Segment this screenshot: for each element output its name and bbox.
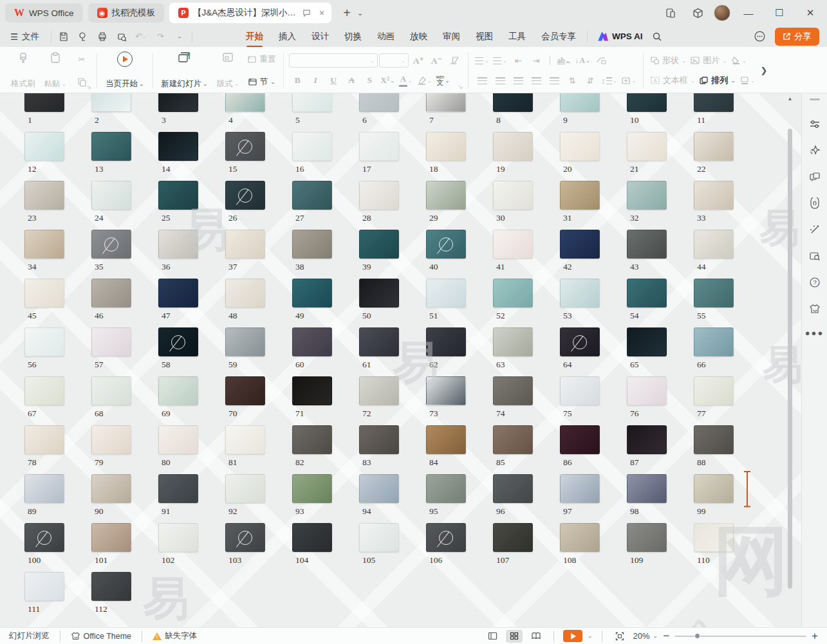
format-painter-button[interactable]: 格式刷 xyxy=(6,50,40,91)
file-menu[interactable]: ☰ 文件 xyxy=(0,31,47,42)
slide-thumbnail[interactable] xyxy=(359,376,399,405)
ribbon-expand-icon[interactable]: ❯ xyxy=(760,50,767,91)
decrease-font-icon[interactable]: A⁻ xyxy=(428,53,445,68)
slide-thumbnail[interactable] xyxy=(694,523,734,552)
tab-member[interactable]: 会员专享 xyxy=(534,28,583,46)
print-preview-icon[interactable] xyxy=(113,29,130,44)
slide-thumbnail[interactable] xyxy=(292,93,332,112)
slide-thumbnail[interactable] xyxy=(24,425,64,454)
slide-thumbnail[interactable] xyxy=(359,327,399,356)
slide-thumbnail[interactable] xyxy=(24,572,64,601)
slide-thumbnail[interactable] xyxy=(493,132,533,161)
slide-thumbnail[interactable] xyxy=(694,230,734,259)
slide-thumbnail[interactable] xyxy=(627,132,667,161)
slide-thumbnail[interactable] xyxy=(359,181,399,210)
slide-thumbnail[interactable] xyxy=(24,327,64,356)
slide-thumbnail[interactable] xyxy=(158,93,198,112)
scroll-up-arrow-icon[interactable]: ▲ xyxy=(787,96,793,102)
slide-thumbnail[interactable] xyxy=(694,474,734,503)
missing-font-warning[interactable]: 缺失字体 xyxy=(153,630,197,641)
slide-thumbnail[interactable] xyxy=(627,474,667,503)
slide-thumbnail[interactable] xyxy=(627,93,667,112)
slide-thumbnail[interactable] xyxy=(225,523,265,552)
italic-button[interactable]: I xyxy=(307,73,324,88)
help-icon[interactable]: ? xyxy=(805,273,824,292)
slide-thumbnail[interactable] xyxy=(292,181,332,210)
slide-thumbnail[interactable] xyxy=(426,230,466,259)
slide-thumbnail[interactable] xyxy=(359,230,399,259)
cut-icon[interactable]: ✂ xyxy=(73,51,90,67)
paragraph-layout-button[interactable]: ⌄ xyxy=(620,73,638,88)
slide-thumbnail[interactable] xyxy=(225,132,265,161)
close-window-button[interactable]: ✕ xyxy=(797,2,823,24)
slide-thumbnail[interactable] xyxy=(91,327,131,356)
convert-smartart-icon[interactable] xyxy=(593,53,609,68)
slide-thumbnail[interactable] xyxy=(560,279,600,308)
slide-thumbnail[interactable] xyxy=(158,132,198,161)
slide-thumbnail[interactable] xyxy=(560,327,600,356)
slide-thumbnail[interactable] xyxy=(91,474,131,503)
reading-view-button[interactable] xyxy=(528,630,544,643)
zoom-out-button[interactable]: − xyxy=(663,630,669,641)
slide-thumbnail[interactable] xyxy=(560,523,600,552)
slide-thumbnail[interactable] xyxy=(225,181,265,210)
slide-thumbnail[interactable] xyxy=(694,93,734,112)
slide-thumbnail[interactable] xyxy=(694,327,734,356)
theme-indicator[interactable]: Office Theme xyxy=(71,631,132,641)
justify-icon[interactable] xyxy=(528,73,544,88)
app-box-icon[interactable] xyxy=(687,3,709,23)
slide-thumbnail[interactable] xyxy=(24,279,64,308)
tab-review[interactable]: 审阅 xyxy=(436,28,467,46)
slide-thumbnail[interactable] xyxy=(359,132,399,161)
skin-theme-icon[interactable] xyxy=(805,299,824,318)
slide-thumbnail[interactable] xyxy=(359,93,399,112)
highlight-color-button[interactable]: ⌄ xyxy=(416,73,434,88)
slideshow-play-button[interactable] xyxy=(563,630,582,642)
slide-thumbnail[interactable] xyxy=(627,523,667,552)
align-center-icon[interactable] xyxy=(492,73,508,88)
slide-thumbnail[interactable] xyxy=(694,425,734,454)
qat-dropdown-icon[interactable]: ⌄ xyxy=(171,30,188,42)
character-border-button[interactable]: A xyxy=(343,73,360,88)
tab-design[interactable]: 设计 xyxy=(304,28,336,46)
slide-thumbnail[interactable] xyxy=(91,279,131,308)
slide-thumbnail[interactable] xyxy=(694,376,734,405)
slide-thumbnail[interactable] xyxy=(426,425,466,454)
share-button[interactable]: 分享 xyxy=(775,28,819,46)
slide-thumbnail[interactable] xyxy=(292,230,332,259)
tab-insert[interactable]: 插入 xyxy=(272,28,303,46)
line-up-icon[interactable]: ⇅ xyxy=(564,73,581,88)
slide-thumbnail[interactable] xyxy=(560,425,600,454)
slide-sorter-view-button[interactable] xyxy=(506,630,523,643)
slide-thumbnail[interactable] xyxy=(359,425,399,454)
clipboard-dialog-launcher-icon[interactable]: ↘ xyxy=(87,84,92,90)
align-left-icon[interactable] xyxy=(474,73,490,88)
cooperation-icon[interactable] xyxy=(754,30,766,42)
text-highlight-ab-button[interactable]: ab⌄ xyxy=(555,53,572,68)
slide-thumbnail[interactable] xyxy=(225,474,265,503)
sidebar-collapse-handle[interactable] xyxy=(810,98,820,100)
effects-star-icon[interactable] xyxy=(805,141,824,160)
slide-thumbnail[interactable] xyxy=(426,376,466,405)
slide-thumbnail[interactable] xyxy=(292,376,332,405)
undo-icon[interactable]: ↶⌄ xyxy=(133,29,149,44)
slide-thumbnail[interactable] xyxy=(426,327,466,356)
slide-thumbnail[interactable] xyxy=(158,376,198,405)
maximize-button[interactable]: ☐ xyxy=(767,2,792,24)
section-button[interactable]: 节⌄ xyxy=(246,74,277,89)
picture-button[interactable]: 图片⌄ xyxy=(689,53,729,68)
new-tab-button[interactable]: + xyxy=(339,6,355,21)
slide-thumbnail[interactable] xyxy=(694,132,734,161)
slide-thumbnail[interactable] xyxy=(24,132,64,161)
play-options-dropdown-icon[interactable]: ⌄ xyxy=(588,634,593,638)
slide-thumbnail[interactable] xyxy=(493,474,533,503)
vertical-scrollbar[interactable]: ▲ xyxy=(786,93,794,627)
print-icon[interactable] xyxy=(94,29,111,44)
slide-thumbnail[interactable] xyxy=(560,93,600,112)
paste-button[interactable]: 粘贴⌄ xyxy=(40,50,71,91)
slide-thumbnail[interactable] xyxy=(493,93,533,112)
zoom-slider[interactable] xyxy=(674,636,806,637)
slide-thumbnail[interactable] xyxy=(627,327,667,356)
slide-thumbnail[interactable] xyxy=(560,132,600,161)
slide-thumbnail[interactable] xyxy=(694,181,734,210)
